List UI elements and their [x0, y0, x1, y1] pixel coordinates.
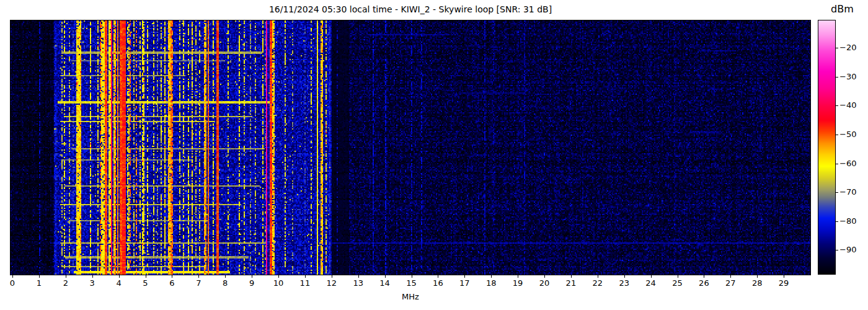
x-tick-label: 14: [373, 278, 397, 288]
x-tick-label: 15: [399, 278, 424, 288]
x-tick-label: 20: [532, 278, 557, 288]
x-tick-label: 2: [53, 278, 78, 288]
x-tick-label: 19: [505, 278, 530, 288]
x-tick-mark: [544, 275, 545, 278]
colorbar-tick-label: −70: [839, 187, 867, 198]
x-tick-mark: [119, 275, 120, 278]
x-tick-label: 7: [186, 278, 211, 288]
x-tick-mark: [624, 275, 625, 278]
x-tick-label: 10: [266, 278, 291, 288]
x-tick-mark: [305, 275, 306, 278]
x-tick-label: 29: [771, 278, 796, 288]
colorbar-tick-mark: [836, 221, 838, 222]
colorbar-unit-label: dBm: [831, 3, 868, 15]
spectrogram-canvas: [11, 20, 810, 275]
x-tick-label: 24: [639, 278, 663, 288]
x-tick-label: 4: [107, 278, 131, 288]
colorbar-tick-mark: [836, 77, 838, 78]
x-tick-mark: [146, 275, 146, 278]
x-tick-label: 1: [27, 278, 51, 288]
x-tick-mark: [704, 275, 704, 278]
x-tick-label: 0: [0, 278, 25, 288]
x-tick-label: 28: [745, 278, 769, 288]
colorbar-tick-label: −50: [839, 129, 867, 140]
spectrogram-plot-area: [10, 20, 811, 275]
x-tick-label: 26: [691, 278, 716, 288]
x-tick-mark: [278, 275, 279, 278]
colorbar-tick-label: −90: [839, 244, 867, 255]
x-tick-mark: [491, 275, 492, 278]
x-tick-mark: [518, 275, 518, 278]
x-tick-mark: [730, 275, 731, 278]
colorbar-tick-mark: [836, 105, 838, 106]
x-tick-mark: [412, 275, 412, 278]
colorbar-tick-label: −40: [839, 100, 867, 111]
colorbar-tick-mark: [836, 48, 838, 48]
x-tick-label: 9: [239, 278, 264, 288]
colorbar-tick-label: −20: [839, 42, 867, 53]
x-tick-mark: [172, 275, 172, 278]
x-tick-mark: [571, 275, 572, 278]
x-tick-label: 27: [718, 278, 743, 288]
x-tick-label: 21: [559, 278, 583, 288]
x-tick-mark: [757, 275, 758, 278]
x-tick-mark: [464, 275, 465, 278]
x-tick-mark: [252, 275, 252, 278]
x-tick-mark: [332, 275, 332, 278]
colorbar-tick-mark: [836, 135, 838, 135]
x-tick-mark: [12, 275, 13, 278]
colorbar-tick-mark: [836, 250, 838, 250]
colorbar-gradient-canvas: [818, 20, 835, 274]
x-tick-label: 18: [479, 278, 503, 288]
x-tick-label: 17: [452, 278, 477, 288]
colorbar-tick-label: −80: [839, 216, 867, 227]
x-tick-mark: [66, 275, 66, 278]
x-tick-mark: [39, 275, 40, 278]
x-tick-mark: [385, 275, 386, 278]
x-tick-label: 22: [585, 278, 610, 288]
x-tick-label: 23: [612, 278, 637, 288]
x-tick-mark: [784, 275, 784, 278]
colorbar-tick-mark: [836, 192, 838, 193]
chart-title: 16/11/2024 05:30 local time - KIWI_2 - S…: [0, 4, 821, 14]
x-tick-label: 8: [213, 278, 237, 288]
x-tick-label: 25: [665, 278, 690, 288]
x-tick-mark: [598, 275, 598, 278]
colorbar: [818, 20, 836, 275]
x-tick-label: 5: [133, 278, 158, 288]
x-tick-label: 3: [80, 278, 105, 288]
x-tick-mark: [198, 275, 199, 278]
x-tick-label: 12: [319, 278, 344, 288]
colorbar-tick-label: −60: [839, 158, 867, 169]
x-tick-mark: [651, 275, 652, 278]
x-tick-label: 6: [159, 278, 184, 288]
x-tick-mark: [92, 275, 93, 278]
x-axis-label: MHz: [361, 292, 460, 301]
spectrogram-figure: { "labels": { "title": "16/11/2024 05:30…: [0, 0, 868, 310]
x-tick-mark: [438, 275, 438, 278]
x-tick-label: 11: [293, 278, 317, 288]
x-tick-mark: [678, 275, 678, 278]
x-tick-label: 13: [346, 278, 371, 288]
colorbar-tick-label: −30: [839, 71, 867, 82]
x-tick-mark: [358, 275, 359, 278]
x-tick-mark: [225, 275, 226, 278]
x-tick-label: 16: [425, 278, 450, 288]
colorbar-tick-mark: [836, 164, 838, 164]
